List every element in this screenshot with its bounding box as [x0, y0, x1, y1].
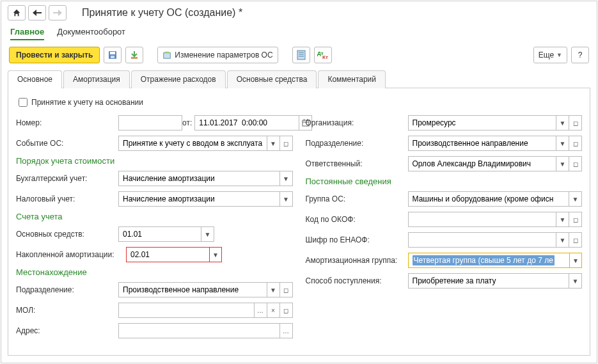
dept-input[interactable] — [118, 282, 267, 297]
right-dept-label: Подразделение: — [306, 139, 408, 148]
nu-dropdown[interactable]: ▼ — [280, 191, 293, 207]
toolbar: Провести и закрыть Изменение параметров … — [1, 44, 597, 70]
right-column: Организация: ▼ ◻ Подразделение: ▼ ◻ — [306, 115, 583, 344]
back-button[interactable] — [28, 5, 46, 20]
svg-rect-14 — [304, 119, 304, 121]
addr-input[interactable] — [118, 323, 280, 338]
dept-open[interactable]: ◻ — [280, 282, 293, 297]
receipt-label: Способ поступления: — [306, 276, 408, 285]
top-nav: Принятие к учету ОС (создание) * — [1, 1, 597, 22]
amort-group-value: Четвертая группа (свыше 5 лет до 7 ле — [413, 255, 555, 265]
org-open[interactable]: ◻ — [569, 115, 582, 131]
enaof-open[interactable]: ◻ — [569, 232, 582, 248]
change-params-label: Изменение параметров ОС — [175, 51, 272, 59]
right-dept-input[interactable] — [408, 136, 557, 151]
more-label: Еще — [539, 51, 554, 59]
date-input[interactable] — [194, 115, 299, 131]
dept-dropdown[interactable]: ▼ — [267, 282, 280, 297]
svg-text:Кт: Кт — [322, 54, 328, 59]
bu-input[interactable] — [118, 171, 280, 186]
event-input[interactable] — [118, 136, 267, 151]
tab-comment[interactable]: Комментарий — [318, 70, 386, 88]
org-input[interactable] — [408, 115, 557, 131]
tab-amortization[interactable]: Амортизация — [63, 70, 130, 88]
depr-acc-label: Накопленной амортизации: — [16, 250, 126, 259]
depr-acc-input[interactable] — [126, 247, 210, 262]
event-label: Событие ОС: — [16, 139, 118, 148]
const-section-header: Постоянные сведения — [306, 177, 583, 186]
right-dept-open[interactable]: ◻ — [569, 136, 582, 151]
depr-acc-dropdown[interactable]: ▼ — [209, 247, 222, 262]
dtkt-button[interactable]: ДтКт — [314, 47, 332, 63]
resp-input[interactable] — [408, 156, 557, 171]
change-params-button[interactable]: Изменение параметров ОС — [157, 47, 278, 63]
tab-main[interactable]: Основное — [8, 70, 62, 88]
svg-rect-3 — [131, 57, 138, 59]
number-label: Номер: — [16, 118, 118, 127]
enaof-dropdown[interactable]: ▼ — [556, 232, 569, 248]
bu-dropdown[interactable]: ▼ — [280, 171, 293, 186]
left-column: Номер: от: Событие ОС: — [16, 115, 293, 344]
receipt-dropdown[interactable]: ▼ — [569, 273, 582, 289]
enaof-label: Шифр по ЕНАОФ: — [306, 235, 408, 244]
mol-select[interactable]: … — [255, 303, 267, 318]
resp-label: Ответственный: — [306, 159, 408, 168]
svg-rect-2 — [111, 56, 114, 58]
mol-label: МОЛ: — [16, 306, 118, 315]
nu-input[interactable] — [118, 191, 280, 207]
from-label: от: — [182, 118, 194, 127]
group-dropdown[interactable]: ▼ — [569, 191, 582, 207]
number-input[interactable] — [118, 115, 182, 131]
more-button[interactable]: Еще▼ — [533, 47, 567, 63]
post-button[interactable] — [125, 47, 143, 63]
location-section-header: Местонахождение — [16, 267, 293, 277]
based-on-label: Принятие к учету на основании — [31, 98, 143, 107]
svg-rect-5 — [165, 52, 169, 54]
forward-button[interactable] — [49, 5, 67, 20]
save-button[interactable] — [104, 47, 122, 63]
post-and-close-button[interactable]: Провести и закрыть — [9, 47, 100, 63]
mol-open[interactable]: ◻ — [280, 303, 293, 318]
right-dept-dropdown[interactable]: ▼ — [556, 136, 569, 151]
okof-label: Код по ОКОФ: — [306, 215, 408, 224]
mode-tab-workflow[interactable]: Документооборот — [57, 27, 125, 40]
event-dropdown[interactable]: ▼ — [267, 136, 280, 151]
tab-assets[interactable]: Основные средства — [227, 70, 317, 88]
document-window: Принятие к учету ОС (создание) * Главное… — [1, 1, 597, 363]
bu-label: Бухгалтерский учет: — [16, 174, 118, 183]
okof-dropdown[interactable]: ▼ — [556, 212, 569, 227]
tab-expense[interactable]: Отражение расходов — [131, 70, 226, 88]
svg-rect-4 — [164, 53, 171, 59]
mode-tab-main[interactable]: Главное — [10, 27, 44, 40]
report-button[interactable] — [292, 47, 310, 63]
event-open[interactable]: ◻ — [280, 136, 293, 151]
home-button[interactable] — [8, 5, 26, 20]
mode-tabs: Главное Документооборот — [1, 22, 597, 44]
mol-input[interactable] — [118, 303, 255, 318]
group-input[interactable] — [408, 191, 570, 207]
fa-acc-dropdown[interactable]: ▼ — [201, 226, 214, 242]
org-label: Организация: — [306, 118, 408, 127]
okof-input[interactable] — [408, 212, 557, 227]
cost-section-header: Порядок учета стоимости — [16, 156, 293, 166]
accounts-section-header: Счета учета — [16, 212, 293, 221]
fa-acc-label: Основных средств: — [16, 230, 118, 239]
resp-open[interactable]: ◻ — [569, 156, 582, 171]
addr-label: Адрес: — [16, 326, 118, 335]
enaof-input[interactable] — [408, 232, 557, 248]
fa-acc-input[interactable] — [118, 226, 201, 242]
addr-select[interactable]: … — [280, 323, 293, 338]
amort-group-label: Амортизационная группа: — [306, 256, 408, 265]
based-on-checkbox[interactable] — [19, 98, 28, 107]
resp-dropdown[interactable]: ▼ — [556, 156, 569, 171]
receipt-input[interactable] — [408, 273, 570, 289]
dept-label: Подразделение: — [16, 285, 118, 294]
org-dropdown[interactable]: ▼ — [556, 115, 569, 131]
help-button[interactable]: ? — [571, 47, 589, 63]
svg-rect-6 — [297, 51, 305, 59]
amort-group-input[interactable]: Четвертая группа (свыше 5 лет до 7 ле — [408, 253, 570, 268]
group-label: Группа ОС: — [306, 194, 408, 203]
mol-clear[interactable]: × — [267, 303, 280, 318]
okof-open[interactable]: ◻ — [569, 212, 582, 227]
amort-group-dropdown[interactable]: ▼ — [569, 253, 582, 268]
